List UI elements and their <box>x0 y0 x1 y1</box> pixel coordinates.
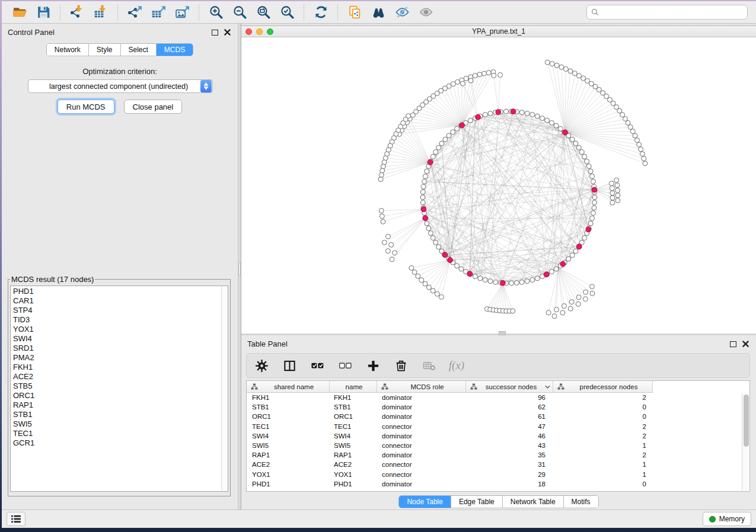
mcds-result-item[interactable]: STB5 <box>13 382 221 391</box>
leaf-node[interactable] <box>576 295 581 300</box>
tab-select[interactable]: Select <box>121 44 157 56</box>
leaf-node[interactable] <box>590 291 595 296</box>
leaf-node[interactable] <box>615 198 620 203</box>
mcds-hub-node[interactable] <box>448 258 453 263</box>
graph-node[interactable] <box>519 280 524 284</box>
leaf-node[interactable] <box>419 278 424 283</box>
maximize-window-icon[interactable] <box>267 28 273 35</box>
plus-icon[interactable] <box>365 358 381 373</box>
graph-node[interactable] <box>586 164 591 169</box>
tab-edge-table[interactable]: Edge Table <box>451 496 503 508</box>
graph-node[interactable] <box>459 267 464 271</box>
mcds-hub-node[interactable] <box>467 271 473 277</box>
leaf-node[interactable] <box>560 310 565 315</box>
trash-icon[interactable] <box>393 358 409 373</box>
mcds-result-item[interactable]: ACE2 <box>13 372 221 382</box>
leaf-node[interactable] <box>583 297 588 302</box>
network-from-selection-icon[interactable] <box>346 4 363 21</box>
graph-node[interactable] <box>446 133 451 138</box>
graph-node[interactable] <box>525 279 529 284</box>
float-table-panel-icon[interactable] <box>730 341 736 347</box>
graph-node[interactable] <box>573 249 578 254</box>
leaf-node[interactable] <box>552 314 557 319</box>
column-header-successor-nodes[interactable]: successor nodes <box>466 381 553 392</box>
leaf-node[interactable] <box>577 73 582 78</box>
leaf-node[interactable] <box>430 289 435 293</box>
leaf-node[interactable] <box>639 147 643 152</box>
close-panel-icon[interactable] <box>224 29 231 36</box>
leaf-node[interactable] <box>412 270 417 274</box>
list-scrollbar[interactable] <box>221 286 228 491</box>
graph-node[interactable] <box>592 195 597 200</box>
mcds-hub-node[interactable] <box>460 123 465 128</box>
mcds-result-list[interactable]: PHD1CAR1STP4TID3YOX1SWI4SRD1PMA2FKH1ACE2… <box>11 286 221 491</box>
graph-node[interactable] <box>433 150 438 155</box>
graph-node[interactable] <box>588 221 593 226</box>
leaf-node[interactable] <box>498 73 503 78</box>
tab-mcds[interactable]: MCDS <box>157 44 193 56</box>
graph-node[interactable] <box>590 216 595 220</box>
leaf-node[interactable] <box>554 307 559 312</box>
table-row[interactable]: TEC1TEC1connector472 <box>247 422 749 431</box>
leaf-node[interactable] <box>642 156 646 161</box>
graph-node[interactable] <box>576 145 581 150</box>
leaf-node[interactable] <box>461 81 465 86</box>
panel-split-icon[interactable] <box>282 358 297 373</box>
close-window-icon[interactable] <box>245 28 252 35</box>
graph-node[interactable] <box>554 123 559 128</box>
tab-node-table[interactable]: Node Table <box>399 496 451 508</box>
leaf-node[interactable] <box>389 242 394 247</box>
leaf-node[interactable] <box>486 70 491 75</box>
leaf-node[interactable] <box>439 294 444 299</box>
graph-node[interactable] <box>430 154 435 159</box>
mcds-hub-node[interactable] <box>428 160 433 165</box>
mcds-result-item[interactable]: SRD1 <box>13 344 221 353</box>
table-row[interactable]: YOX1YOX1connector291 <box>247 470 749 479</box>
mcds-result-item[interactable]: RAP1 <box>13 400 221 410</box>
table-row[interactable]: SWI4SWI4dominator462 <box>247 431 749 441</box>
mcds-result-item[interactable]: TID3 <box>13 315 221 325</box>
graph-node[interactable] <box>420 190 425 194</box>
leaf-node[interactable] <box>393 251 397 255</box>
tab-network[interactable]: Network <box>47 44 89 56</box>
mcds-result-item[interactable]: SWI5 <box>13 419 221 429</box>
save-icon[interactable] <box>34 4 52 21</box>
leaf-node[interactable] <box>559 65 564 69</box>
table-row[interactable]: PHD1PHD1dominator180 <box>247 479 749 489</box>
graph-node[interactable] <box>566 257 571 261</box>
leaf-node[interactable] <box>435 291 439 296</box>
leaf-node[interactable] <box>569 300 574 305</box>
leaf-node[interactable] <box>590 284 595 289</box>
mcds-result-item[interactable]: FKH1 <box>13 363 221 372</box>
graph-node[interactable] <box>488 111 493 116</box>
graph-node[interactable] <box>585 159 589 164</box>
mcds-result-item[interactable]: STB1 <box>13 410 221 419</box>
search-field[interactable] <box>586 5 748 20</box>
gear-icon[interactable] <box>254 358 269 373</box>
close-table-panel-icon[interactable] <box>742 341 749 347</box>
leaf-node[interactable] <box>380 168 385 173</box>
mcds-result-item[interactable]: YOX1 <box>13 325 221 334</box>
leaf-node[interactable] <box>386 234 391 239</box>
graph-node[interactable] <box>443 137 448 142</box>
graph-node[interactable] <box>425 221 429 226</box>
leaf-node[interactable] <box>473 73 477 78</box>
graph-node[interactable] <box>582 154 587 159</box>
graph-node[interactable] <box>550 270 554 274</box>
graph-node[interactable] <box>436 245 441 249</box>
mcds-hub-node[interactable] <box>586 227 591 232</box>
graph-node[interactable] <box>483 113 487 117</box>
leaf-node[interactable] <box>568 69 573 73</box>
graph-node[interactable] <box>519 110 524 115</box>
mcds-result-item[interactable]: GCR1 <box>13 438 221 448</box>
table-row[interactable]: ACE2ACE2connector311 <box>247 460 749 469</box>
graph-node[interactable] <box>433 240 438 245</box>
leaf-node[interactable] <box>630 129 635 134</box>
mcds-hub-node[interactable] <box>500 280 506 286</box>
graph-node[interactable] <box>451 130 455 134</box>
export-network-icon[interactable] <box>126 4 143 21</box>
tab-style[interactable]: Style <box>89 44 121 56</box>
table-row[interactable]: RAP1RAP1dominator352 <box>247 450 749 460</box>
mcds-result-item[interactable]: SWI4 <box>13 334 221 344</box>
leaf-node[interactable] <box>563 67 568 72</box>
